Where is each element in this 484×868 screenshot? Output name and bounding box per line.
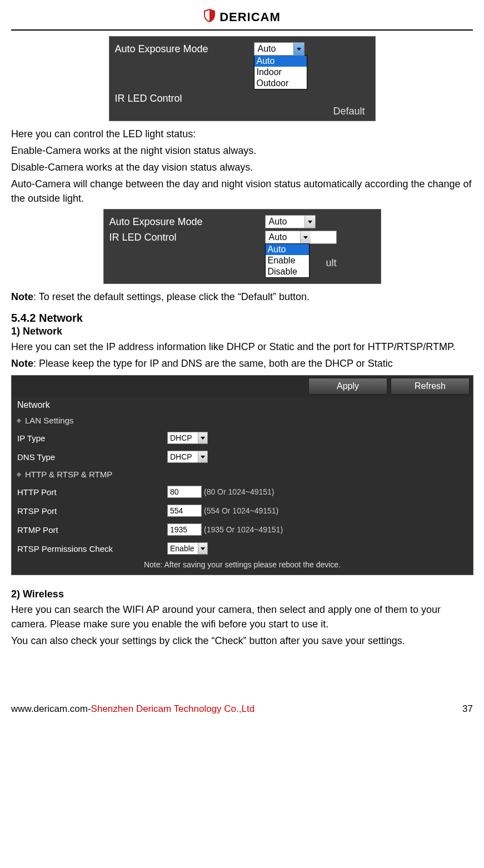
exposure-panel-a: Auto Exposure Mode Auto Auto Indoor Outd… <box>109 36 376 121</box>
brand-logo: DERICAM <box>11 6 473 27</box>
chevron-down-icon <box>198 451 207 462</box>
note-label: Note <box>11 291 33 302</box>
chevron-down-icon <box>293 43 304 55</box>
auto-exposure-label-b: Auto Exposure Mode <box>109 215 265 228</box>
auto-exposure-select-b[interactable]: Auto <box>265 215 316 228</box>
led-enable: Enable-Camera works at the night vision … <box>11 143 473 158</box>
diamond-icon <box>17 418 21 422</box>
auto-exposure-value: Auto <box>255 44 293 54</box>
footer-site: www.dericam.com- <box>11 704 91 714</box>
wireless-check: You can also check your settings by clic… <box>11 633 473 648</box>
page-number: 37 <box>462 704 473 715</box>
page-footer: www.dericam.com-Shenzhen Dericam Technol… <box>11 704 473 715</box>
header-divider <box>11 29 473 31</box>
option-indoor[interactable]: Indoor <box>255 67 307 78</box>
refresh-button[interactable]: Refresh <box>391 378 470 395</box>
option-auto[interactable]: Auto <box>255 56 307 67</box>
rtsp-port-input[interactable] <box>167 505 202 517</box>
rtsp-port-hint: (554 Or 1024~49151) <box>204 506 278 515</box>
ir-led-label-b: IR LED Control <box>109 231 265 243</box>
ip-type-select[interactable]: DHCP <box>167 432 208 444</box>
option-enable[interactable]: Enable <box>266 255 309 266</box>
option-auto[interactable]: Auto <box>266 244 309 255</box>
led-intro: Here you can control the LED light statu… <box>11 127 473 141</box>
lan-settings-header: LAN Settings <box>12 412 473 428</box>
auto-exposure-value-b: Auto <box>266 217 305 227</box>
chevron-down-icon <box>300 231 311 243</box>
network-panel: Apply Refresh Network LAN Settings IP Ty… <box>11 375 473 575</box>
option-disable[interactable]: Disable <box>266 266 309 277</box>
rtsp-perm-label: RTSP Permissions Check <box>17 544 167 553</box>
dns-type-select[interactable]: DHCP <box>167 451 208 463</box>
chevron-down-icon <box>198 432 207 443</box>
auto-exposure-select[interactable]: Auto <box>254 42 305 56</box>
network-note: Note: Please keep the type for IP and DN… <box>11 356 473 371</box>
apply-button[interactable]: Apply <box>308 378 387 395</box>
ir-led-options: Auto Enable Disable <box>265 243 310 278</box>
default-button-b[interactable]: ult <box>310 244 337 269</box>
sub-network: 1) Network <box>11 326 473 337</box>
note-label: Note <box>11 358 33 369</box>
chevron-down-icon <box>305 216 315 228</box>
wireless-intro: Here you can search the WIFI AP around y… <box>11 602 473 631</box>
dns-type-label: DNS Type <box>17 452 167 462</box>
network-save-note: Note: After saving your settings please … <box>12 558 473 575</box>
http-rtsp-rtmp-header: HTTP & RTSP & RTMP <box>12 466 473 482</box>
rtsp-port-label: RTSP Port <box>17 506 167 516</box>
ir-led-label: IR LED Control <box>115 92 254 104</box>
rtmp-port-label: RTMP Port <box>17 525 167 535</box>
http-port-input[interactable] <box>167 486 202 498</box>
note-default: Note: To reset the default settings, ple… <box>11 290 473 304</box>
auto-exposure-label: Auto Exposure Mode <box>115 42 254 55</box>
diamond-icon <box>17 472 21 476</box>
http-port-hint: (80 Or 1024~49151) <box>204 487 274 496</box>
led-disable: Disable-Camera works at the day vision s… <box>11 160 473 174</box>
http-port-label: HTTP Port <box>17 487 167 497</box>
rtmp-port-hint: (1935 Or 1024~49151) <box>204 525 283 534</box>
ir-led-value: Auto <box>266 232 300 242</box>
ip-type-label: IP Type <box>17 433 167 443</box>
chevron-down-icon <box>198 543 207 554</box>
section-5-4-2: 5.4.2 Network <box>11 312 473 325</box>
exposure-panel-b: Auto Exposure Mode Auto IR LED Control A… <box>103 209 381 284</box>
auto-exposure-options: Auto Indoor Outdoor <box>254 55 307 89</box>
rtmp-port-input[interactable] <box>167 523 202 536</box>
ir-led-select[interactable]: Auto <box>265 231 337 244</box>
sub-wireless: 2) Wireless <box>11 588 473 600</box>
brand-name: DERICAM <box>219 10 281 24</box>
network-title: Network <box>12 397 473 412</box>
footer-company: Shenzhen Dericam Technology Co.,Ltd <box>91 704 255 714</box>
shield-icon <box>203 9 216 25</box>
rtsp-perm-select[interactable]: Enable <box>167 542 208 555</box>
default-button[interactable]: Default <box>115 106 371 117</box>
option-outdoor[interactable]: Outdoor <box>255 78 307 89</box>
led-auto: Auto-Camera will change between the day … <box>11 177 473 206</box>
network-intro: Here you can set the IP address informat… <box>11 340 473 354</box>
